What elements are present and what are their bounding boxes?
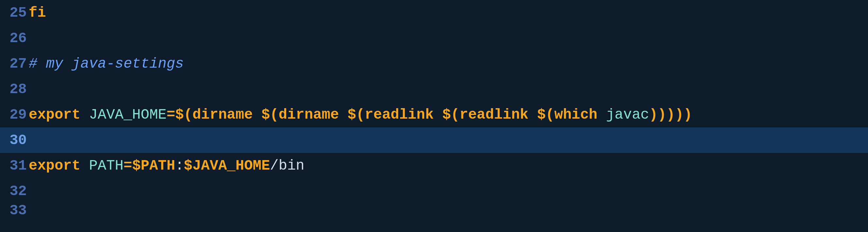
line-number: 33 [0, 204, 29, 217]
equals-op: = [123, 157, 132, 174]
code-line-current[interactable]: 30 [0, 127, 868, 153]
space [597, 107, 606, 123]
envvar-java-home: $JAVA_HOME [184, 157, 270, 174]
colon: : [175, 157, 184, 174]
cmd-dirname: dirname [279, 107, 339, 123]
path-bin: /bin [270, 157, 305, 174]
comment: # my java-settings [29, 56, 184, 72]
code-line[interactable]: 32 [0, 178, 868, 204]
code-content[interactable]: fi [29, 0, 868, 26]
arg-javac: javac [606, 107, 649, 123]
keyword-export: export [29, 107, 80, 123]
subst-open: $( [175, 107, 192, 123]
cmd-readlink: readlink [365, 107, 434, 123]
envvar-path: $PATH [132, 157, 175, 174]
space [434, 107, 442, 123]
subst-open: $( [537, 107, 554, 123]
line-number: 30 [0, 127, 29, 153]
subst-close: ))))) [649, 107, 692, 123]
cmd-readlink: readlink [460, 107, 528, 123]
code-line[interactable]: 29 export JAVA_HOME=$(dirname $(dirname … [0, 102, 868, 127]
subst-open: $( [442, 107, 460, 123]
code-line[interactable]: 28 [0, 77, 868, 102]
space [80, 107, 89, 123]
code-content[interactable]: # my java-settings [29, 51, 868, 77]
line-number: 27 [0, 51, 29, 77]
code-content[interactable]: export JAVA_HOME=$(dirname $(dirname $(r… [29, 102, 868, 127]
code-line[interactable]: 31 export PATH=$PATH:$JAVA_HOME/bin [0, 153, 868, 178]
space [529, 107, 537, 123]
line-number: 26 [0, 26, 29, 51]
space [253, 107, 261, 123]
keyword-export: export [29, 157, 80, 174]
equals-op: = [166, 107, 175, 123]
line-number: 28 [0, 77, 29, 102]
subst-open: $( [347, 107, 365, 123]
code-line[interactable]: 27 # my java-settings [0, 51, 868, 77]
cmd-which: which [554, 107, 597, 123]
code-line[interactable]: 33 [0, 204, 868, 217]
line-number: 31 [0, 153, 29, 178]
line-number: 25 [0, 0, 29, 26]
code-line[interactable]: 26 [0, 26, 868, 51]
keyword-fi: fi [29, 5, 46, 21]
line-number: 32 [0, 178, 29, 204]
code-content[interactable]: export PATH=$PATH:$JAVA_HOME/bin [29, 153, 868, 178]
subst-open: $( [261, 107, 279, 123]
space [80, 157, 89, 174]
cmd-dirname: dirname [192, 107, 253, 123]
space [339, 107, 347, 123]
code-editor[interactable]: 25 fi 26 27 # my java-settings 28 29 exp… [0, 0, 868, 232]
variable-path: PATH [89, 157, 124, 174]
code-line[interactable]: 25 fi [0, 0, 868, 26]
line-number: 29 [0, 102, 29, 127]
variable-java-home: JAVA_HOME [89, 107, 167, 123]
